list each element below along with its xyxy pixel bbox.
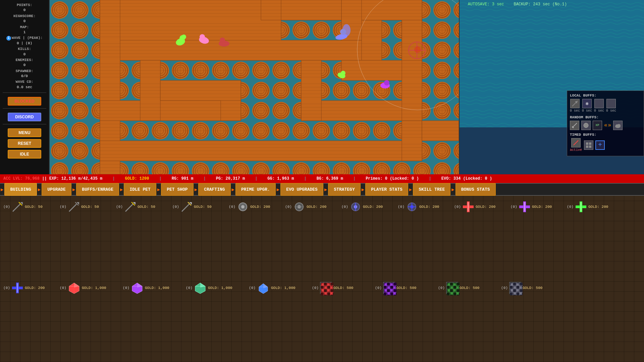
arrow-buff-icon [570, 99, 580, 108]
list-item[interactable]: (0) GOLD: 1,000 [186, 280, 246, 296]
status-divider-4: | [255, 176, 257, 181]
backup-text: BACKUP: 243 sec (No.1) [514, 2, 567, 7]
tab-crafting[interactable]: CRAFTING [198, 183, 230, 196]
svg-rect-19 [100, 101, 241, 121]
list-item[interactable]: (0) GOLD: 1,000 [60, 280, 120, 296]
chevron-left-icon[interactable]: « [604, 122, 607, 128]
tab-strategy[interactable]: STRATEGY [328, 183, 360, 196]
tab-bonus-stats[interactable]: BONUS STATS [455, 183, 496, 196]
grid-purple-icon [383, 282, 395, 294]
svg-line-69 [13, 204, 20, 212]
local-buff-timer-4: 0 sec [606, 109, 616, 113]
svg-rect-128 [324, 286, 327, 289]
idle-button[interactable]: IDLE [8, 150, 41, 159]
reset-button[interactable]: RESET [8, 139, 41, 148]
tab-evo-upgrades[interactable]: EVO UPGRADES [280, 183, 323, 196]
timed-active-label: active [570, 148, 582, 152]
random-buffs-title: RANDOM BUFFS: [570, 115, 641, 119]
save-info: AUTOSAVE: 3 sec BACKUP: 243 sec (No.1) [468, 2, 567, 7]
svg-rect-68 [589, 145, 591, 148]
spawned-stat: SPAWNED: 0/0 [16, 69, 34, 79]
tab-sep-7: ▶ [276, 187, 280, 192]
cross-purple-icon [519, 201, 531, 213]
status-divider-1: | [112, 176, 115, 181]
svg-rect-99 [524, 202, 525, 212]
list-item[interactable]: (0) GOLD: 50 [172, 199, 226, 215]
tab-sep-11: ▶ [451, 187, 455, 192]
arrow-icon-2 [68, 201, 80, 213]
svg-rect-126 [321, 283, 324, 286]
svg-rect-66 [589, 142, 591, 145]
list-item[interactable]: (0) GOLD: 200 [398, 199, 451, 215]
list-item[interactable]: (0) GOLD: 200 [454, 199, 508, 215]
info-icon[interactable]: i [6, 36, 11, 41]
svg-rect-160 [447, 289, 450, 292]
list-item[interactable]: (0) GOLD: 500 [501, 280, 561, 296]
timed-plus-icon[interactable]: + [595, 140, 605, 150]
pg-stat: PG: 20,317 m [216, 176, 245, 181]
list-item[interactable]: (0) GOLD: 200 [567, 199, 621, 215]
svg-rect-143 [387, 286, 390, 289]
tab-sep-1: ▶ [37, 187, 41, 192]
blocked-button[interactable]: BLOCKED [8, 97, 41, 106]
gem-red-icon [68, 282, 80, 294]
list-item[interactable]: (0) GOLD: 50 [3, 199, 57, 215]
local-buffs-row: 0 sec ❄ 0 sec 0 sec 0 sec [570, 99, 641, 113]
random-buffs-row: XP « » [570, 121, 641, 130]
divider-2 [3, 108, 46, 109]
dot-icon-4 [406, 201, 418, 213]
tab-sep-10: ▶ [409, 187, 413, 192]
tab-building[interactable]: BUILDING [4, 183, 37, 196]
list-item[interactable]: (0) GOLD: 1,000 [123, 280, 183, 296]
chevron-right-icon[interactable]: » [608, 122, 611, 128]
status-divider-7: | [429, 176, 431, 181]
svg-rect-96 [468, 202, 469, 212]
list-item[interactable]: (0) GOLD: 500 [375, 280, 435, 296]
grid-gray-icon [509, 282, 521, 294]
tab-prime-upgr[interactable]: PRIME UPGR. [235, 183, 276, 196]
list-item[interactable]: (0) GOLD: 200 [285, 199, 339, 215]
svg-rect-147 [387, 292, 390, 295]
svg-rect-105 [17, 283, 18, 293]
tab-skill-tree[interactable]: SKILL TREE [413, 183, 450, 196]
svg-rect-175 [511, 289, 513, 292]
svg-rect-174 [520, 286, 522, 289]
primes-stat: Primes: 0 (Locked: 0 ) [366, 176, 419, 181]
list-item[interactable]: (0) GOLD: 500 [438, 280, 498, 296]
svg-rect-102 [580, 202, 582, 212]
snowflake-buff-icon: ❄ [582, 99, 592, 108]
sword-buff-icon [570, 121, 579, 130]
gem-purple-icon [131, 282, 144, 294]
status-divider-3: | [204, 176, 206, 181]
enemies-stat: ENEMIES: 0 [16, 58, 34, 68]
timed-sword-icon [571, 138, 581, 147]
status-bar: ACC LVL: 76,968 || EXP: 12,136 m/42,435 … [0, 174, 644, 183]
list-item[interactable]: (0) GOLD: 200 [341, 199, 395, 215]
list-item[interactable]: (0) GOLD: 500 [312, 280, 372, 296]
svg-rect-130 [321, 289, 324, 292]
menu-button[interactable]: MENU [8, 128, 41, 137]
tab-idle-pet[interactable]: IDLE PET [124, 183, 156, 196]
list-item[interactable]: (0) GOLD: 200 [511, 199, 564, 215]
tab-buffs-enrage[interactable]: BUFFS/ENRAGE [76, 183, 119, 196]
svg-point-60 [584, 123, 588, 128]
arrow-icon-4 [180, 201, 193, 213]
svg-rect-25 [140, 60, 160, 121]
list-item[interactable]: (0) GOLD: 50 [60, 199, 113, 215]
dot-icon-2 [293, 201, 305, 213]
list-item[interactable]: (0) GOLD: 1,000 [249, 280, 309, 296]
svg-rect-67 [586, 145, 588, 148]
tab-player-stats[interactable]: PLAYER STATS [365, 183, 408, 196]
svg-rect-131 [327, 289, 330, 292]
list-item[interactable]: (0) GOLD: 200 [229, 199, 282, 215]
list-item[interactable]: (0) GOLD: 50 [116, 199, 170, 215]
discord-button[interactable]: DISCORD [8, 113, 41, 121]
tab-pet-shop[interactable]: PET SHOP [161, 183, 193, 196]
local-buff-timer-1: 0 sec [570, 109, 580, 113]
svg-rect-17 [100, 40, 362, 60]
tab-upgrade[interactable]: UPGRADE [42, 183, 71, 196]
list-item[interactable]: (0) GOLD: 200 [3, 280, 57, 296]
circle-buff-icon [581, 121, 591, 130]
svg-rect-133 [330, 292, 333, 295]
tab-sep-6: ▶ [231, 187, 235, 192]
